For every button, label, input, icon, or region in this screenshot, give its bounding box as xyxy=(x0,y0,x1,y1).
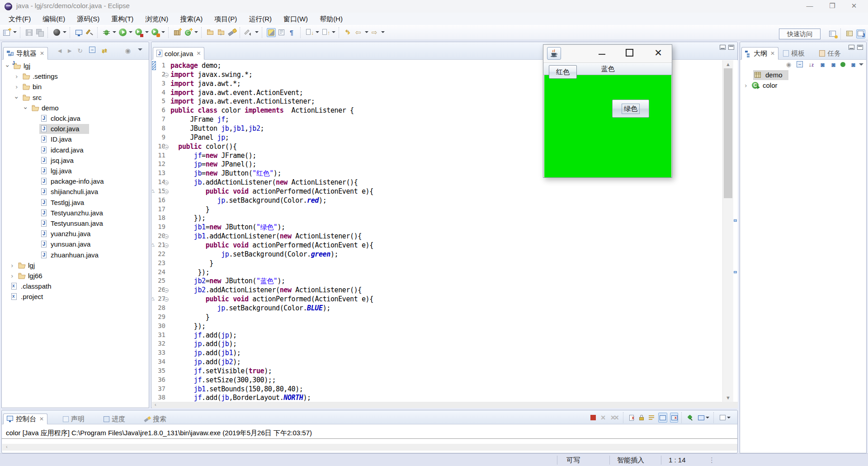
minimize-view-icon[interactable] xyxy=(849,45,854,50)
annotation-marker[interactable] xyxy=(734,271,737,273)
menu-7[interactable]: 项目(P) xyxy=(208,13,243,25)
tab-search[interactable]: 搜索 xyxy=(141,414,170,424)
mark-occurrences-icon[interactable] xyxy=(267,28,276,37)
menu-10[interactable]: 帮助(H) xyxy=(314,13,349,25)
console-output[interactable]: color [Java 应用程序] C:\Program Files\Java\… xyxy=(2,425,737,444)
hide-local-icon[interactable]: ◙ xyxy=(852,61,855,68)
navigator-item-demo[interactable]: ›demo xyxy=(2,103,149,114)
navigator-item-lgj[interactable]: ›lgj xyxy=(2,261,149,271)
save-icon[interactable] xyxy=(25,28,34,37)
close-icon[interactable]: ✕ xyxy=(196,50,201,57)
tab-color-java[interactable]: J color.java✕ xyxy=(153,47,204,60)
open-console-icon[interactable] xyxy=(697,413,710,423)
terminate-icon[interactable] xyxy=(590,413,597,423)
minimize-button[interactable]: — xyxy=(799,2,820,11)
sphere-dropdown-icon[interactable] xyxy=(63,31,66,33)
back-dropdown-icon[interactable] xyxy=(365,31,368,33)
outline-item-color[interactable]: ›Ccolor xyxy=(740,81,866,91)
editor-hscrollbar[interactable]: ‹ xyxy=(152,402,738,408)
pin-console-icon[interactable] xyxy=(687,413,694,423)
prev-annotation-icon[interactable]: ↑ xyxy=(321,28,330,37)
word-wrap-icon[interactable]: ¶ xyxy=(288,28,297,37)
annotation-marker[interactable] xyxy=(734,219,737,222)
scroll-up-icon[interactable]: ▲ xyxy=(723,62,733,67)
navigator-item-ID.java[interactable]: JID.java xyxy=(2,134,149,145)
menu-2[interactable]: 编辑(E) xyxy=(37,13,71,25)
navigator-item-yuanzhu.java[interactable]: Jyuanzhu.java xyxy=(2,229,149,239)
fold-collapse-icon[interactable] xyxy=(164,73,169,77)
java-perspective-icon[interactable]: J xyxy=(856,29,865,38)
new-wizard-dropdown-icon[interactable] xyxy=(13,31,17,33)
tab-declaration[interactable]: 声明 xyxy=(60,414,88,424)
menu-9[interactable]: 窗口(W) xyxy=(278,13,314,25)
import-folder-icon[interactable]: ↓ xyxy=(217,28,226,37)
navigator-item-jsq.java[interactable]: Jjsq.java xyxy=(2,156,149,166)
prev-annotation-dropdown-icon[interactable] xyxy=(332,31,335,33)
navigator-item-.classpath[interactable]: x.classpath xyxy=(2,281,149,292)
clear-console-icon[interactable]: x xyxy=(628,413,635,423)
run-external-dropdown-icon[interactable] xyxy=(145,31,149,33)
new-view-icon[interactable] xyxy=(719,413,731,423)
word-wrap-icon[interactable] xyxy=(648,413,656,423)
last-edit-location-icon[interactable]: ↰ xyxy=(344,28,353,37)
show-whitespace-icon[interactable] xyxy=(278,28,287,37)
maximize-view-icon[interactable] xyxy=(857,45,863,50)
scrollbar-thumb[interactable] xyxy=(724,68,732,198)
fold-collapse-icon[interactable] xyxy=(164,145,169,149)
expand-arrow-icon[interactable]: › xyxy=(745,82,747,89)
green-button[interactable]: 绿色 xyxy=(612,100,649,118)
console-view-icon[interactable] xyxy=(75,28,84,37)
debug-dropdown-icon[interactable] xyxy=(113,31,116,33)
open-perspective-icon[interactable] xyxy=(829,29,838,38)
forward-icon[interactable]: ⇨ xyxy=(371,28,380,37)
hide-nonpublic-icon[interactable] xyxy=(840,62,845,67)
run-external-icon[interactable] xyxy=(135,28,144,37)
expand-arrow-icon[interactable]: › xyxy=(11,272,14,280)
collapse-all-icon[interactable]: − xyxy=(89,47,95,53)
maximize-view-icon[interactable] xyxy=(728,45,734,50)
sort-icon[interactable]: ↓z xyxy=(809,61,814,68)
app-close-button[interactable]: ✕ xyxy=(654,48,663,57)
restore-button[interactable]: ❐ xyxy=(822,2,843,11)
navigator-item-bin[interactable]: ›bin xyxy=(2,82,149,92)
outline-item-demo[interactable]: demo xyxy=(740,70,866,81)
remove-launch-icon[interactable]: ✕ xyxy=(599,413,607,423)
quick-access-button[interactable]: 快速访问 xyxy=(779,29,821,39)
scroll-down-icon[interactable]: ▼ xyxy=(723,395,733,400)
collapse-all-icon[interactable]: − xyxy=(797,61,803,67)
navigator-item-Testyuanzhu.java[interactable]: JTestyuanzhu.java xyxy=(2,208,149,219)
scroll-lock-icon[interactable] xyxy=(638,413,645,423)
fold-collapse-icon[interactable] xyxy=(164,288,169,293)
expand-arrow-icon[interactable]: › xyxy=(4,65,11,67)
navigator-item-shijianchuli.java[interactable]: Jshijianchuli.java xyxy=(2,187,149,197)
forward-icon[interactable]: ► xyxy=(66,47,73,54)
up-icon[interactable]: ↻ xyxy=(77,47,83,54)
fold-collapse-icon[interactable] xyxy=(164,243,169,248)
sphere-icon[interactable] xyxy=(52,28,61,37)
app-maximize-button[interactable] xyxy=(626,49,633,57)
navigator-item-src[interactable]: ›src xyxy=(2,93,149,103)
navigator-item-.project[interactable]: x.project xyxy=(2,292,149,302)
navigator-item-color.java[interactable]: Jcolor.java xyxy=(2,124,149,134)
expand-arrow-icon[interactable]: › xyxy=(15,73,18,80)
remove-all-icon[interactable]: ✕✕ xyxy=(609,413,620,423)
show-stdout-icon[interactable] xyxy=(658,413,667,423)
menu-6[interactable]: 搜索(A) xyxy=(174,13,208,25)
run-dropdown-icon[interactable] xyxy=(129,31,132,33)
pin-editor-icon[interactable] xyxy=(85,28,94,37)
focus-icon[interactable]: ◉ xyxy=(786,61,791,68)
close-icon[interactable]: ✕ xyxy=(40,50,44,57)
resource-perspective-icon[interactable] xyxy=(845,29,854,38)
tab-tasks[interactable]: 任务 xyxy=(816,47,844,60)
minimize-view-icon[interactable] xyxy=(720,45,726,50)
app-title-bar[interactable]: ✕ xyxy=(543,45,672,63)
close-icon[interactable]: ✕ xyxy=(770,50,775,57)
forward-dropdown-icon[interactable] xyxy=(381,31,385,33)
navigator-item-lgj.java[interactable]: Jlgj.java xyxy=(2,166,149,176)
annotations-pen-dropdown-icon[interactable] xyxy=(255,31,259,33)
search-icon[interactable] xyxy=(228,28,237,37)
menu-5[interactable]: 浏览(N) xyxy=(139,13,174,25)
profile-icon[interactable] xyxy=(151,28,160,37)
fold-collapse-icon[interactable] xyxy=(164,297,169,302)
view-menu-icon[interactable] xyxy=(859,63,863,66)
